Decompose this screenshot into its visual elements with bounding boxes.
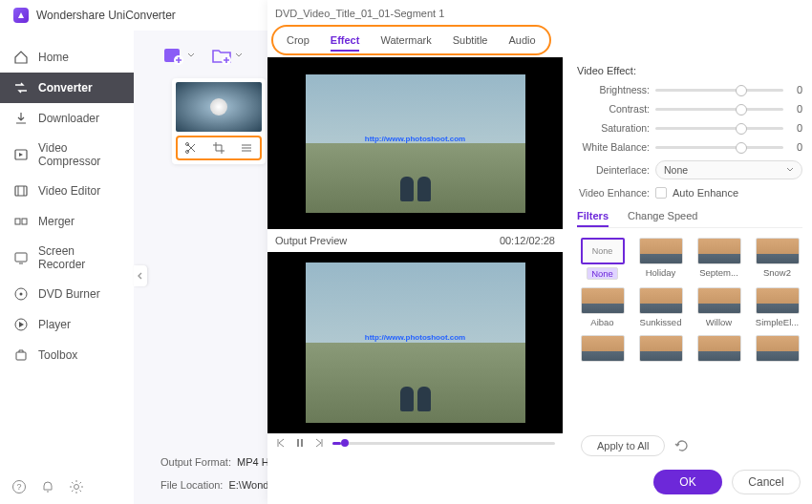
nav-recorder[interactable]: Screen Recorder xyxy=(0,237,134,279)
filter-thumb xyxy=(639,238,683,264)
clip-thumbnail[interactable] xyxy=(172,78,266,164)
svg-point-6 xyxy=(20,293,23,296)
nav-converter[interactable]: Converter xyxy=(0,73,134,103)
auto-enhance-checkbox[interactable] xyxy=(655,187,667,199)
progress-slider[interactable] xyxy=(332,442,555,445)
next-frame-icon[interactable] xyxy=(313,437,325,449)
auto-enhance-label: Auto Enhance xyxy=(673,187,738,199)
white-balance-label: White Balance: xyxy=(577,141,650,153)
reset-icon[interactable] xyxy=(674,438,690,453)
filter-holiday[interactable]: Holiday xyxy=(635,238,686,280)
filter-label: Aibao xyxy=(590,317,613,327)
svg-rect-4 xyxy=(15,253,27,262)
nav-label: Video Compressor xyxy=(38,141,120,168)
filter-aibao[interactable]: Aibao xyxy=(577,287,628,327)
effect-icon[interactable] xyxy=(240,141,253,155)
watermark-text: http://www.photoshoot.com xyxy=(365,135,465,143)
app-name: Wondershare UniConverter xyxy=(36,9,176,22)
source-preview: http://www.photoshoot.com xyxy=(267,57,563,229)
filter-thumb xyxy=(581,335,625,362)
svg-text:?: ? xyxy=(16,482,21,492)
filter-label: Sunkissed xyxy=(640,317,682,327)
svg-rect-1 xyxy=(15,186,27,196)
filter-label: Holiday xyxy=(646,267,676,278)
filter-sunkissed[interactable]: Sunkissed xyxy=(635,287,686,327)
filter-thumb xyxy=(639,335,683,362)
svg-rect-2 xyxy=(15,219,20,224)
filter-none[interactable]: NoneNone xyxy=(577,238,628,280)
add-folder-button[interactable] xyxy=(208,44,235,67)
crop-icon[interactable] xyxy=(212,141,225,155)
filter-thumb xyxy=(756,238,800,264)
filter-thumb xyxy=(756,335,800,362)
white-balance-value: 0 xyxy=(789,141,802,153)
sub-tab-filters[interactable]: Filters xyxy=(577,206,609,227)
nav-toolbox[interactable]: Toolbox xyxy=(0,340,134,370)
output-preview: http://www.photoshoot.com xyxy=(267,252,563,433)
app-logo xyxy=(13,8,29,23)
nav-home[interactable]: Home xyxy=(0,42,134,73)
filter-blank[interactable] xyxy=(577,335,628,365)
filter-thumb xyxy=(639,287,683,314)
tab-audio[interactable]: Audio xyxy=(508,34,535,52)
tab-effect[interactable]: Effect xyxy=(331,34,360,52)
filter-blank[interactable] xyxy=(635,335,686,365)
tab-crop[interactable]: Crop xyxy=(287,34,310,52)
sidebar: Home Converter Downloader Video Compress… xyxy=(0,31,134,504)
svg-rect-8 xyxy=(16,352,26,360)
contrast-label: Contrast: xyxy=(577,103,650,115)
brightness-label: Brightness: xyxy=(577,84,650,95)
nav-editor[interactable]: Video Editor xyxy=(0,176,134,206)
nav-downloader[interactable]: Downloader xyxy=(0,103,134,134)
bell-icon[interactable] xyxy=(40,479,55,494)
brightness-value: 0 xyxy=(789,84,802,95)
trim-icon[interactable] xyxy=(184,141,198,155)
filter-blank[interactable] xyxy=(752,335,802,365)
output-format-label: Output Format: xyxy=(160,451,231,473)
filter-thumb xyxy=(697,238,741,264)
contrast-slider[interactable] xyxy=(655,108,783,111)
sidebar-collapse[interactable] xyxy=(134,265,147,286)
saturation-value: 0 xyxy=(789,122,802,134)
filter-label: None xyxy=(587,267,618,280)
saturation-label: Saturation: xyxy=(577,122,650,134)
nav-dvd[interactable]: DVD Burner xyxy=(0,279,134,309)
filter-label: Snow2 xyxy=(763,267,791,278)
svg-rect-3 xyxy=(22,219,27,224)
nav-compressor[interactable]: Video Compressor xyxy=(0,134,134,176)
output-preview-label: Output Preview xyxy=(275,235,347,246)
help-icon[interactable]: ? xyxy=(11,479,27,494)
brightness-slider[interactable] xyxy=(655,89,783,92)
tab-subtitle[interactable]: Subtitle xyxy=(453,34,488,52)
filter-simpleel...[interactable]: SimpleEl... xyxy=(752,287,802,327)
pause-icon[interactable] xyxy=(294,437,306,449)
nav-label: Toolbox xyxy=(38,348,77,362)
nav-label: Video Editor xyxy=(38,184,100,198)
editor-tabs: Crop Effect Watermark Subtitle Audio xyxy=(271,25,551,55)
nav-merger[interactable]: Merger xyxy=(0,206,134,237)
video-enhance-label: Video Enhance: xyxy=(577,187,650,199)
nav-label: Merger xyxy=(38,215,75,228)
saturation-slider[interactable] xyxy=(655,127,783,130)
nav-player[interactable]: Player xyxy=(0,309,134,340)
filter-blank[interactable] xyxy=(694,335,744,365)
apply-to-all-button[interactable]: Apply to All xyxy=(581,435,665,456)
deinterlace-select[interactable]: None xyxy=(655,160,802,179)
settings-icon[interactable] xyxy=(69,479,84,494)
tab-watermark[interactable]: Watermark xyxy=(380,34,431,52)
svg-point-11 xyxy=(75,485,79,490)
video-effect-title: Video Effect: xyxy=(577,65,802,76)
filter-label: Septem... xyxy=(699,267,738,278)
sub-tab-speed[interactable]: Change Speed xyxy=(628,206,697,227)
add-file-button[interactable] xyxy=(160,44,187,67)
ok-button[interactable]: OK xyxy=(653,470,722,494)
nav-label: Screen Recorder xyxy=(38,244,120,271)
prev-frame-icon[interactable] xyxy=(275,437,287,449)
cancel-button[interactable]: Cancel xyxy=(732,470,801,494)
filter-willow[interactable]: Willow xyxy=(694,287,744,327)
white-balance-slider[interactable] xyxy=(655,146,783,149)
filter-septem...[interactable]: Septem... xyxy=(694,238,744,280)
filter-snow2[interactable]: Snow2 xyxy=(752,238,802,280)
editor-panel: DVD_Video_Title_01_01-Segment 1 Crop Eff… xyxy=(267,0,812,504)
filter-thumb xyxy=(697,287,741,314)
